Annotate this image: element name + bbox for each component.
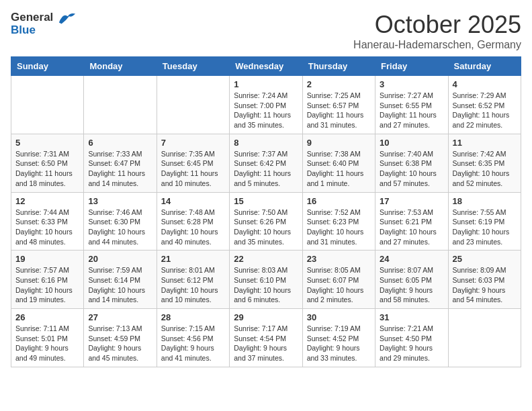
- logo: General Blue: [11, 11, 77, 36]
- calendar-cell: 7Sunrise: 7:35 AM Sunset: 6:45 PM Daylig…: [157, 134, 229, 192]
- day-number: 2: [307, 79, 371, 89]
- day-info: Sunrise: 7:24 AM Sunset: 7:00 PM Dayligh…: [234, 91, 298, 130]
- day-number: 11: [453, 138, 517, 148]
- day-info: Sunrise: 7:19 AM Sunset: 4:52 PM Dayligh…: [307, 324, 371, 363]
- day-number: 31: [380, 312, 443, 322]
- logo-blue-text: Blue: [11, 24, 77, 36]
- day-info: Sunrise: 7:38 AM Sunset: 6:40 PM Dayligh…: [307, 149, 371, 189]
- calendar-cell: 27Sunrise: 7:13 AM Sunset: 4:59 PM Dayli…: [84, 309, 157, 367]
- calendar-cell: 10Sunrise: 7:40 AM Sunset: 6:38 PM Dayli…: [375, 134, 448, 192]
- day-info: Sunrise: 7:46 AM Sunset: 6:30 PM Dayligh…: [88, 208, 152, 247]
- day-info: Sunrise: 7:21 AM Sunset: 4:50 PM Dayligh…: [380, 324, 443, 363]
- calendar-table: SundayMondayTuesdayWednesdayThursdayFrid…: [11, 56, 521, 367]
- header: General Blue October 2025 Hanerau-Hadema…: [11, 11, 521, 51]
- calendar-cell: 23Sunrise: 8:05 AM Sunset: 6:07 PM Dayli…: [302, 250, 375, 309]
- day-info: Sunrise: 8:01 AM Sunset: 6:12 PM Dayligh…: [161, 265, 225, 305]
- calendar-cell: [157, 76, 229, 134]
- logo-bird-icon: [58, 11, 77, 26]
- day-info: Sunrise: 7:50 AM Sunset: 6:26 PM Dayligh…: [234, 208, 298, 247]
- day-info: Sunrise: 7:52 AM Sunset: 6:23 PM Dayligh…: [307, 208, 371, 247]
- weekday-header-sunday: Sunday: [11, 57, 84, 76]
- calendar-cell: 30Sunrise: 7:19 AM Sunset: 4:52 PM Dayli…: [302, 309, 375, 367]
- day-info: Sunrise: 7:33 AM Sunset: 6:47 PM Dayligh…: [88, 149, 152, 189]
- day-number: 13: [88, 196, 152, 206]
- day-number: 7: [161, 138, 225, 148]
- weekday-header-monday: Monday: [84, 57, 157, 76]
- calendar-cell: 5Sunrise: 7:31 AM Sunset: 6:50 PM Daylig…: [11, 134, 84, 192]
- calendar-cell: 26Sunrise: 7:11 AM Sunset: 5:01 PM Dayli…: [11, 309, 84, 367]
- day-info: Sunrise: 7:29 AM Sunset: 6:52 PM Dayligh…: [453, 91, 517, 130]
- weekday-header-thursday: Thursday: [302, 57, 375, 76]
- day-number: 20: [88, 254, 152, 264]
- day-number: 16: [307, 196, 371, 206]
- day-info: Sunrise: 7:48 AM Sunset: 6:28 PM Dayligh…: [161, 208, 225, 247]
- day-number: 21: [161, 254, 225, 264]
- day-info: Sunrise: 7:13 AM Sunset: 4:59 PM Dayligh…: [88, 324, 152, 363]
- calendar-cell: 11Sunrise: 7:42 AM Sunset: 6:35 PM Dayli…: [448, 134, 521, 192]
- day-number: 19: [15, 254, 79, 264]
- week-row-4: 19Sunrise: 7:57 AM Sunset: 6:16 PM Dayli…: [11, 250, 521, 309]
- weekday-header-saturday: Saturday: [448, 57, 521, 76]
- day-number: 22: [234, 254, 298, 264]
- calendar-cell: 14Sunrise: 7:48 AM Sunset: 6:28 PM Dayli…: [157, 192, 229, 250]
- day-number: 28: [161, 312, 225, 322]
- day-info: Sunrise: 7:27 AM Sunset: 6:55 PM Dayligh…: [380, 91, 443, 130]
- calendar-cell: 28Sunrise: 7:15 AM Sunset: 4:56 PM Dayli…: [157, 309, 229, 367]
- day-info: Sunrise: 7:25 AM Sunset: 6:57 PM Dayligh…: [307, 91, 371, 130]
- calendar-cell: [448, 309, 521, 367]
- day-info: Sunrise: 8:09 AM Sunset: 6:03 PM Dayligh…: [453, 265, 517, 305]
- day-info: Sunrise: 7:40 AM Sunset: 6:38 PM Dayligh…: [380, 149, 443, 189]
- day-info: Sunrise: 7:35 AM Sunset: 6:45 PM Dayligh…: [161, 149, 225, 189]
- calendar-cell: 15Sunrise: 7:50 AM Sunset: 6:26 PM Dayli…: [230, 192, 302, 250]
- day-number: 18: [453, 196, 517, 206]
- day-info: Sunrise: 7:17 AM Sunset: 4:54 PM Dayligh…: [234, 324, 298, 363]
- day-info: Sunrise: 8:05 AM Sunset: 6:07 PM Dayligh…: [307, 265, 371, 305]
- calendar-cell: 21Sunrise: 8:01 AM Sunset: 6:12 PM Dayli…: [157, 250, 229, 309]
- calendar-cell: [84, 76, 157, 134]
- calendar-cell: 2Sunrise: 7:25 AM Sunset: 6:57 PM Daylig…: [302, 76, 375, 134]
- calendar-cell: 20Sunrise: 7:59 AM Sunset: 6:14 PM Dayli…: [84, 250, 157, 309]
- week-row-5: 26Sunrise: 7:11 AM Sunset: 5:01 PM Dayli…: [11, 309, 521, 367]
- day-number: 23: [307, 254, 371, 264]
- calendar-cell: 29Sunrise: 7:17 AM Sunset: 4:54 PM Dayli…: [230, 309, 302, 367]
- day-info: Sunrise: 7:15 AM Sunset: 4:56 PM Dayligh…: [161, 324, 225, 363]
- weekday-header-tuesday: Tuesday: [157, 57, 229, 76]
- calendar-cell: 19Sunrise: 7:57 AM Sunset: 6:16 PM Dayli…: [11, 250, 84, 309]
- calendar-cell: 24Sunrise: 8:07 AM Sunset: 6:05 PM Dayli…: [375, 250, 448, 309]
- calendar-cell: 13Sunrise: 7:46 AM Sunset: 6:30 PM Dayli…: [84, 192, 157, 250]
- week-row-1: 1Sunrise: 7:24 AM Sunset: 7:00 PM Daylig…: [11, 76, 521, 134]
- day-number: 17: [380, 196, 443, 206]
- day-info: Sunrise: 8:07 AM Sunset: 6:05 PM Dayligh…: [380, 265, 443, 305]
- calendar-cell: 4Sunrise: 7:29 AM Sunset: 6:52 PM Daylig…: [448, 76, 521, 134]
- day-number: 3: [380, 79, 443, 89]
- day-info: Sunrise: 8:03 AM Sunset: 6:10 PM Dayligh…: [234, 265, 298, 305]
- day-number: 27: [88, 312, 152, 322]
- calendar-cell: 1Sunrise: 7:24 AM Sunset: 7:00 PM Daylig…: [230, 76, 302, 134]
- day-number: 5: [15, 138, 79, 148]
- calendar-cell: 22Sunrise: 8:03 AM Sunset: 6:10 PM Dayli…: [230, 250, 302, 309]
- calendar-cell: 17Sunrise: 7:53 AM Sunset: 6:21 PM Dayli…: [375, 192, 448, 250]
- week-row-3: 12Sunrise: 7:44 AM Sunset: 6:33 PM Dayli…: [11, 192, 521, 250]
- day-number: 12: [15, 196, 79, 206]
- day-info: Sunrise: 7:37 AM Sunset: 6:42 PM Dayligh…: [234, 149, 298, 189]
- day-number: 25: [453, 254, 517, 264]
- weekday-header-friday: Friday: [375, 57, 448, 76]
- day-info: Sunrise: 7:11 AM Sunset: 5:01 PM Dayligh…: [15, 324, 79, 363]
- month-title: October 2025: [353, 11, 521, 39]
- calendar-cell: 3Sunrise: 7:27 AM Sunset: 6:55 PM Daylig…: [375, 76, 448, 134]
- weekday-header-wednesday: Wednesday: [230, 57, 302, 76]
- week-row-2: 5Sunrise: 7:31 AM Sunset: 6:50 PM Daylig…: [11, 134, 521, 192]
- day-info: Sunrise: 7:42 AM Sunset: 6:35 PM Dayligh…: [453, 149, 517, 189]
- day-number: 26: [15, 312, 79, 322]
- weekday-header-row: SundayMondayTuesdayWednesdayThursdayFrid…: [11, 57, 521, 76]
- day-number: 10: [380, 138, 443, 148]
- day-info: Sunrise: 7:53 AM Sunset: 6:21 PM Dayligh…: [380, 208, 443, 247]
- calendar-cell: 12Sunrise: 7:44 AM Sunset: 6:33 PM Dayli…: [11, 192, 84, 250]
- day-info: Sunrise: 7:55 AM Sunset: 6:19 PM Dayligh…: [453, 208, 517, 247]
- calendar-cell: [11, 76, 84, 134]
- calendar-cell: 16Sunrise: 7:52 AM Sunset: 6:23 PM Dayli…: [302, 192, 375, 250]
- day-number: 8: [234, 138, 298, 148]
- day-number: 30: [307, 312, 371, 322]
- calendar-cell: 25Sunrise: 8:09 AM Sunset: 6:03 PM Dayli…: [448, 250, 521, 309]
- day-number: 6: [88, 138, 152, 148]
